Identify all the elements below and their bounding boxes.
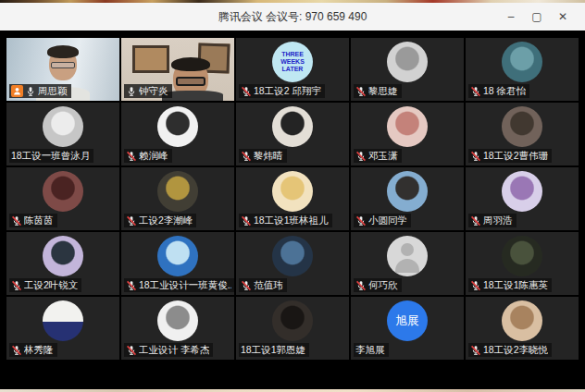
maximize-button[interactable]: ▢: [524, 3, 550, 31]
participant-name-bar: 18工设2 邱翔宇: [239, 84, 325, 98]
participant-tile[interactable]: THREE WEEKS LATER18工设2 邱翔宇: [236, 38, 349, 101]
participant-name: 邓玉潇: [368, 149, 398, 163]
participant-name: 黎思婕: [368, 84, 398, 98]
participant-tile[interactable]: 18工设1班林祖儿: [236, 167, 349, 230]
participant-name: 钟守炎: [139, 84, 168, 98]
participant-name-bar: 18工设2曹伟珊: [468, 149, 552, 163]
mic-muted-icon: [355, 215, 367, 227]
participant-tile[interactable]: 18工设1陈惠英: [466, 232, 579, 295]
host-badge-icon: [11, 85, 23, 97]
mic-muted-icon: [126, 215, 137, 227]
participant-name-bar: 18工设1陈惠英: [468, 278, 552, 292]
participant-tile[interactable]: 周羽浩: [466, 167, 579, 230]
participant-tile[interactable]: 黎思婕: [351, 38, 464, 101]
participant-avatar: [387, 106, 428, 147]
participant-name: 陈茵茵: [24, 214, 54, 227]
participant-tile[interactable]: 林秀隆: [6, 297, 119, 360]
participant-name-bar: 18 徐君怡: [468, 84, 529, 98]
participant-tile[interactable]: 18工设一班曾泳月: [6, 103, 119, 165]
participant-name-bar: 黎思婕: [354, 84, 402, 98]
video-person-face: [49, 49, 77, 80]
participant-tile[interactable]: 旭展李旭展: [351, 297, 464, 360]
participant-name: 18工设2曹伟珊: [483, 149, 548, 163]
minimize-button[interactable]: –: [498, 3, 524, 31]
participant-name: 赖润峰: [139, 149, 168, 163]
participant-avatar: [502, 300, 542, 341]
mic-muted-icon: [126, 345, 137, 356]
mic-muted-icon: [126, 280, 137, 291]
participant-avatar: [502, 42, 542, 82]
participant-tile[interactable]: 陈茵茵: [6, 167, 119, 230]
mic-muted-icon: [11, 280, 22, 291]
mic-muted-icon: [355, 280, 367, 291]
mic-muted-icon: [11, 215, 22, 227]
mic-on-icon: [25, 86, 36, 97]
participant-tile[interactable]: 18工设1郭恩婕: [236, 297, 349, 360]
participant-name-bar: 邓玉潇: [354, 149, 402, 163]
participant-avatar: [387, 171, 428, 212]
participant-avatar: [272, 106, 313, 147]
participant-name: 工设2叶锐文: [24, 278, 78, 292]
participant-name-bar: 周羽浩: [468, 214, 517, 227]
participant-name-bar: 工业设计 李希杰: [124, 343, 213, 357]
participant-tile[interactable]: 何巧欣: [351, 232, 464, 295]
participant-name-bar: 李旭展: [354, 343, 389, 357]
participant-avatar: [157, 171, 198, 212]
participant-avatar: [387, 42, 428, 82]
participant-name-bar: 18工设1班林祖儿: [239, 214, 332, 227]
participant-tile[interactable]: 18工业设计一班黄俊...: [121, 232, 234, 295]
participant-tile[interactable]: 赖润峰: [121, 103, 234, 165]
participant-name: 小圆同学: [368, 214, 407, 227]
participant-tile[interactable]: 邓玉潇: [351, 103, 464, 165]
mic-muted-icon: [241, 280, 252, 291]
participant-tile[interactable]: 黎炜晴: [236, 103, 349, 165]
person-silhouette-icon: [401, 243, 414, 256]
participant-tile[interactable]: 工设2叶锐文: [6, 232, 119, 295]
participant-tile[interactable]: 小圆同学: [351, 167, 464, 230]
participant-name-bar: 钟守炎: [124, 84, 172, 98]
participant-tile[interactable]: 工业设计 李希杰: [121, 297, 234, 360]
window-controls: – ▢ ✕: [498, 3, 576, 31]
participant-tile[interactable]: 钟守炎: [121, 38, 234, 101]
participant-name-bar: 周思颖: [9, 84, 71, 98]
participant-avatar: [272, 300, 313, 341]
participant-tile[interactable]: 周思颖: [6, 38, 119, 101]
participant-avatar: 旭展: [387, 300, 428, 341]
participant-name: 李旭展: [355, 343, 385, 357]
participant-tile[interactable]: 工设2李潮峰: [121, 167, 234, 230]
participant-name-bar: 赖润峰: [124, 149, 172, 163]
titlebar[interactable]: 腾讯会议 会议号: 970 659 490 – ▢ ✕: [0, 3, 585, 31]
participant-name-bar: 18工设一班曾泳月: [9, 149, 93, 163]
mic-muted-icon: [470, 86, 481, 97]
close-button[interactable]: ✕: [550, 3, 576, 31]
participant-name: 周羽浩: [483, 214, 513, 227]
participant-grid: 周思颖钟守炎THREE WEEKS LATER18工设2 邱翔宇黎思婕18 徐君…: [0, 31, 585, 360]
participant-name: 18 徐君怡: [483, 84, 526, 98]
participant-name-bar: 工设2叶锐文: [9, 278, 81, 292]
picture-frame: [132, 45, 169, 73]
participant-tile[interactable]: 18工设2李晓悦: [466, 297, 579, 360]
mic-muted-icon: [241, 215, 252, 227]
mic-muted-icon: [355, 86, 367, 97]
participant-tile[interactable]: 范值玮: [236, 232, 349, 295]
mic-muted-icon: [126, 151, 137, 162]
mic-muted-icon: [11, 345, 22, 356]
participant-name: 18工设2 邱翔宇: [254, 84, 321, 98]
participant-tile[interactable]: 18 徐君怡: [466, 38, 579, 101]
participant-name: 范值玮: [254, 278, 283, 292]
participant-name-bar: 何巧欣: [354, 278, 402, 292]
participant-name-bar: 林秀隆: [9, 343, 57, 357]
meeting-content: 周思颖钟守炎THREE WEEKS LATER18工设2 邱翔宇黎思婕18 徐君…: [0, 31, 585, 389]
participant-name-bar: 小圆同学: [354, 214, 411, 227]
window-title: 腾讯会议 会议号: 970 659 490: [218, 9, 367, 25]
meeting-window: 腾讯会议 会议号: 970 659 490 – ▢ ✕ 周思颖钟守炎THREE …: [0, 0, 585, 392]
participant-avatar: [43, 300, 83, 341]
participant-avatar: [272, 236, 313, 276]
participant-avatar: [387, 236, 428, 276]
mic-muted-icon: [355, 151, 367, 162]
participant-tile[interactable]: 18工设2曹伟珊: [466, 103, 579, 165]
participant-name: 18工设1郭恩婕: [241, 343, 305, 357]
participant-name: 18工设1班林祖儿: [254, 214, 329, 227]
participant-name-bar: 黎炜晴: [239, 149, 287, 163]
participant-name-bar: 18工设2李晓悦: [468, 343, 552, 357]
